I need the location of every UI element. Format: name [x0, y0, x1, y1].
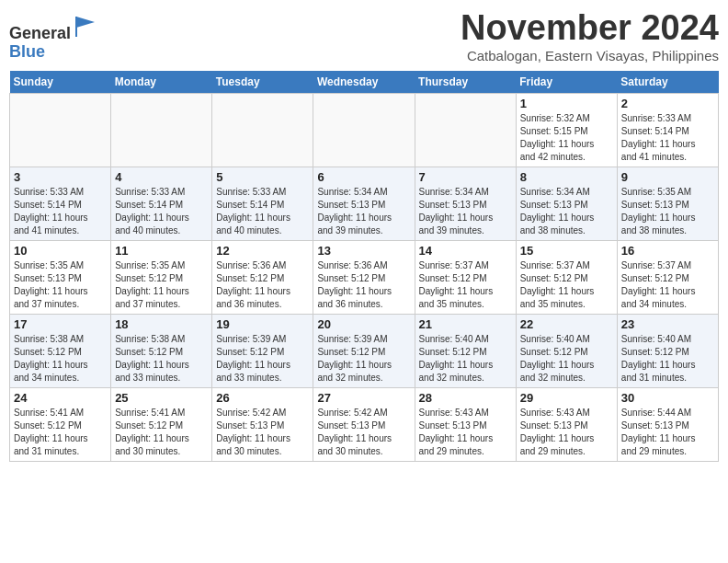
logo-blue-text: Blue — [9, 42, 45, 61]
day-info: Sunrise: 5:44 AMSunset: 5:13 PMDaylight:… — [621, 407, 714, 458]
logo-general-text: General — [9, 24, 71, 42]
calendar-cell: 21Sunrise: 5:40 AMSunset: 5:12 PMDayligh… — [415, 314, 516, 387]
calendar-cell: 14Sunrise: 5:37 AMSunset: 5:12 PMDayligh… — [415, 240, 516, 314]
day-info: Sunrise: 5:41 AMSunset: 5:12 PMDaylight:… — [115, 407, 208, 458]
calendar-header: SundayMondayTuesdayWednesdayThursdayFrid… — [10, 71, 719, 94]
day-number: 12 — [216, 244, 309, 258]
calendar-cell: 4Sunrise: 5:33 AMSunset: 5:14 PMDaylight… — [111, 167, 212, 240]
day-number: 2 — [621, 97, 714, 110]
day-number: 4 — [115, 170, 208, 184]
day-number: 21 — [419, 317, 512, 331]
calendar-cell: 18Sunrise: 5:38 AMSunset: 5:12 PMDayligh… — [111, 314, 212, 387]
weekday-header-thursday: Thursday — [415, 71, 516, 94]
calendar-cell — [415, 93, 516, 167]
calendar-cell: 17Sunrise: 5:38 AMSunset: 5:12 PMDayligh… — [10, 314, 111, 387]
day-number: 13 — [317, 244, 410, 258]
calendar-cell: 25Sunrise: 5:41 AMSunset: 5:12 PMDayligh… — [111, 387, 212, 461]
logo-flag-icon — [73, 13, 98, 39]
day-number: 5 — [216, 170, 309, 184]
day-info: Sunrise: 5:36 AMSunset: 5:12 PMDaylight:… — [216, 259, 309, 311]
day-info: Sunrise: 5:34 AMSunset: 5:13 PMDaylight:… — [419, 186, 512, 237]
day-number: 24 — [14, 391, 107, 405]
logo: General Blue — [9, 13, 98, 62]
day-number: 26 — [216, 391, 309, 405]
day-info: Sunrise: 5:39 AMSunset: 5:12 PMDaylight:… — [317, 333, 410, 385]
day-info: Sunrise: 5:33 AMSunset: 5:14 PMDaylight:… — [621, 112, 714, 164]
day-info: Sunrise: 5:34 AMSunset: 5:13 PMDaylight:… — [520, 186, 613, 237]
calendar-cell: 2Sunrise: 5:33 AMSunset: 5:14 PMDaylight… — [617, 93, 718, 167]
calendar-cell: 20Sunrise: 5:39 AMSunset: 5:12 PMDayligh… — [313, 314, 415, 387]
day-number: 8 — [520, 170, 613, 184]
day-info: Sunrise: 5:40 AMSunset: 5:12 PMDaylight:… — [621, 333, 714, 385]
day-info: Sunrise: 5:40 AMSunset: 5:12 PMDaylight:… — [520, 333, 613, 385]
calendar-cell: 5Sunrise: 5:33 AMSunset: 5:14 PMDaylight… — [212, 167, 313, 240]
day-number: 3 — [14, 170, 107, 184]
svg-marker-0 — [76, 17, 95, 28]
calendar-cell: 12Sunrise: 5:36 AMSunset: 5:12 PMDayligh… — [212, 240, 313, 314]
weekday-header-monday: Monday — [111, 71, 212, 94]
day-number: 7 — [419, 170, 512, 184]
day-number: 6 — [317, 170, 410, 184]
calendar-cell: 22Sunrise: 5:40 AMSunset: 5:12 PMDayligh… — [516, 314, 617, 387]
day-number: 30 — [621, 391, 714, 405]
day-number: 27 — [317, 391, 410, 405]
day-number: 1 — [520, 97, 613, 110]
calendar-cell: 16Sunrise: 5:37 AMSunset: 5:12 PMDayligh… — [617, 240, 718, 314]
day-info: Sunrise: 5:38 AMSunset: 5:12 PMDaylight:… — [115, 333, 208, 385]
day-info: Sunrise: 5:36 AMSunset: 5:12 PMDaylight:… — [317, 259, 410, 311]
weekday-header-saturday: Saturday — [617, 71, 718, 94]
day-info: Sunrise: 5:42 AMSunset: 5:13 PMDaylight:… — [216, 407, 309, 458]
calendar-cell: 15Sunrise: 5:37 AMSunset: 5:12 PMDayligh… — [516, 240, 617, 314]
day-info: Sunrise: 5:35 AMSunset: 5:13 PMDaylight:… — [14, 259, 107, 311]
weekday-header-wednesday: Wednesday — [313, 71, 415, 94]
day-info: Sunrise: 5:43 AMSunset: 5:13 PMDaylight:… — [520, 407, 613, 458]
day-info: Sunrise: 5:42 AMSunset: 5:13 PMDaylight:… — [317, 407, 410, 458]
day-info: Sunrise: 5:32 AMSunset: 5:15 PMDaylight:… — [520, 112, 613, 164]
calendar-cell: 26Sunrise: 5:42 AMSunset: 5:13 PMDayligh… — [212, 387, 313, 461]
day-info: Sunrise: 5:43 AMSunset: 5:13 PMDaylight:… — [419, 407, 512, 458]
weekday-header-sunday: Sunday — [10, 71, 111, 94]
calendar-cell: 23Sunrise: 5:40 AMSunset: 5:12 PMDayligh… — [617, 314, 718, 387]
calendar-cell — [111, 93, 212, 167]
day-number: 22 — [520, 317, 613, 331]
day-number: 11 — [115, 244, 208, 258]
page-header: General Blue November 2024 Catbalogan, E… — [9, 9, 719, 63]
calendar-cell: 30Sunrise: 5:44 AMSunset: 5:13 PMDayligh… — [617, 387, 718, 461]
day-info: Sunrise: 5:37 AMSunset: 5:12 PMDaylight:… — [520, 259, 613, 311]
calendar-cell: 27Sunrise: 5:42 AMSunset: 5:13 PMDayligh… — [313, 387, 415, 461]
day-number: 16 — [621, 244, 714, 258]
calendar-cell: 11Sunrise: 5:35 AMSunset: 5:12 PMDayligh… — [111, 240, 212, 314]
day-number: 14 — [419, 244, 512, 258]
day-info: Sunrise: 5:35 AMSunset: 5:12 PMDaylight:… — [115, 259, 208, 311]
day-number: 10 — [14, 244, 107, 258]
calendar-cell — [313, 93, 415, 167]
day-info: Sunrise: 5:37 AMSunset: 5:12 PMDaylight:… — [621, 259, 714, 311]
calendar-cell: 29Sunrise: 5:43 AMSunset: 5:13 PMDayligh… — [516, 387, 617, 461]
day-info: Sunrise: 5:37 AMSunset: 5:12 PMDaylight:… — [419, 259, 512, 311]
weekday-header-tuesday: Tuesday — [212, 71, 313, 94]
day-info: Sunrise: 5:38 AMSunset: 5:12 PMDaylight:… — [14, 333, 107, 385]
day-number: 15 — [520, 244, 613, 258]
calendar-cell: 13Sunrise: 5:36 AMSunset: 5:12 PMDayligh… — [313, 240, 415, 314]
day-number: 28 — [419, 391, 512, 405]
day-info: Sunrise: 5:34 AMSunset: 5:13 PMDaylight:… — [317, 186, 410, 237]
day-number: 9 — [621, 170, 714, 184]
day-info: Sunrise: 5:35 AMSunset: 5:13 PMDaylight:… — [621, 186, 714, 237]
calendar-cell: 9Sunrise: 5:35 AMSunset: 5:13 PMDaylight… — [617, 167, 718, 240]
day-info: Sunrise: 5:41 AMSunset: 5:12 PMDaylight:… — [14, 407, 107, 458]
calendar-cell: 24Sunrise: 5:41 AMSunset: 5:12 PMDayligh… — [10, 387, 111, 461]
day-info: Sunrise: 5:39 AMSunset: 5:12 PMDaylight:… — [216, 333, 309, 385]
calendar-cell — [212, 93, 313, 167]
calendar-cell: 6Sunrise: 5:34 AMSunset: 5:13 PMDaylight… — [313, 167, 415, 240]
calendar-cell: 8Sunrise: 5:34 AMSunset: 5:13 PMDaylight… — [516, 167, 617, 240]
day-number: 19 — [216, 317, 309, 331]
calendar-cell — [10, 93, 111, 167]
calendar-cell: 1Sunrise: 5:32 AMSunset: 5:15 PMDaylight… — [516, 93, 617, 167]
calendar-cell: 3Sunrise: 5:33 AMSunset: 5:14 PMDaylight… — [10, 167, 111, 240]
day-info: Sunrise: 5:33 AMSunset: 5:14 PMDaylight:… — [115, 186, 208, 237]
weekday-header-friday: Friday — [516, 71, 617, 94]
calendar-cell: 19Sunrise: 5:39 AMSunset: 5:12 PMDayligh… — [212, 314, 313, 387]
month-title: November 2024 — [461, 9, 719, 48]
location-subtitle: Catbalogan, Eastern Visayas, Philippines — [461, 48, 719, 63]
day-info: Sunrise: 5:33 AMSunset: 5:14 PMDaylight:… — [14, 186, 107, 237]
